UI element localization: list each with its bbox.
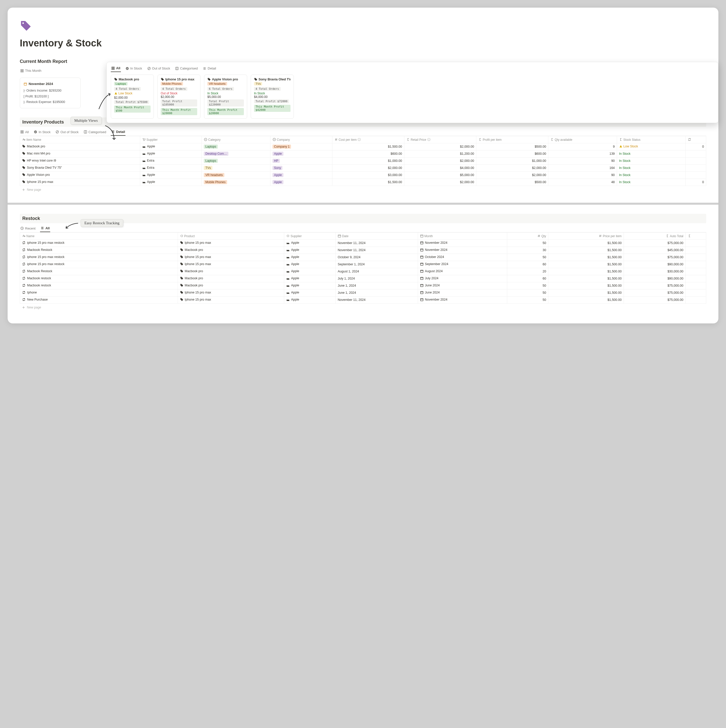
inv-tab-out[interactable]: Out of Stock: [55, 128, 79, 135]
qty-cell[interactable]: 139: [548, 150, 617, 157]
table-row[interactable]: iphone 15 pro max restock Iphone 15 pro …: [20, 239, 706, 246]
product-cell[interactable]: Iphone 15 pro max: [180, 255, 211, 259]
col-company[interactable]: Company: [270, 136, 332, 143]
category-cell[interactable]: Laptops: [204, 159, 218, 163]
overlay-tab-in-stock[interactable]: In Stock: [125, 65, 143, 72]
extra-cell[interactable]: [685, 289, 706, 296]
table-row[interactable]: New Purchase Iphone 15 pro max Apple Nov…: [20, 296, 706, 303]
table-row[interactable]: Macbook Restock Macbook pro Apple August…: [20, 268, 706, 275]
company-cell[interactable]: Sony: [273, 166, 282, 170]
qty-cell[interactable]: 50: [507, 289, 548, 296]
table-row[interactable]: HP envy Intel core i9 Extra Laptops HP $…: [20, 157, 706, 164]
extra-cell[interactable]: [685, 246, 706, 254]
cost-cell[interactable]: $1,500.00: [332, 179, 404, 186]
inv-tab-in[interactable]: In Stock: [33, 128, 51, 135]
product-cell[interactable]: Macbook pro: [180, 248, 203, 252]
item-name-cell[interactable]: Mac mini M4 pro: [22, 152, 50, 155]
date-cell[interactable]: October 9, 2024: [336, 254, 418, 261]
cost-cell[interactable]: $600.00: [332, 150, 404, 157]
table-row[interactable]: Mac mini M4 pro Apple Desktop Com… Apple…: [20, 150, 706, 157]
col-status[interactable]: Stock Status: [617, 136, 686, 143]
status-cell[interactable]: In Stock: [617, 150, 686, 157]
profit-cell[interactable]: $1,000.00: [476, 157, 548, 164]
company-cell[interactable]: Apple: [273, 173, 284, 177]
supplier-cell[interactable]: Apple: [142, 180, 155, 184]
rcol-name[interactable]: Name: [20, 232, 178, 239]
product-cell[interactable]: Iphone 15 pro max: [180, 298, 211, 301]
supplier-cell[interactable]: Apple: [286, 284, 299, 287]
restock-name-cell[interactable]: iphone 15 pro max restock: [22, 262, 64, 266]
col-qty[interactable]: Qty available: [548, 136, 617, 143]
status-cell[interactable]: In Stock: [617, 164, 686, 171]
table-row[interactable]: iphone 15 pro max restock Iphone 15 pro …: [20, 254, 706, 261]
rcol-total[interactable]: Auto Total: [624, 232, 686, 239]
col-extra[interactable]: [685, 136, 706, 143]
status-cell[interactable]: In Stock: [617, 179, 686, 186]
profit-cell[interactable]: $600.00: [476, 150, 548, 157]
item-name-cell[interactable]: Sony Bravia Oled TV 75": [22, 166, 62, 170]
extra-cell[interactable]: [685, 157, 706, 164]
product-cell[interactable]: Iphone 15 pro max: [180, 291, 211, 294]
restock-tab-recent[interactable]: Recent: [20, 225, 36, 232]
supplier-cell[interactable]: Apple: [286, 255, 299, 259]
inv-tab-cat[interactable]: Categorised: [83, 128, 107, 135]
product-card[interactable]: Iphone 15 pro max Mobile Phones 4 Total …: [157, 75, 200, 119]
product-card[interactable]: Macbook pro Laptops 4 Total Orders Low S…: [111, 75, 154, 119]
month-cell[interactable]: September 2024: [420, 262, 448, 266]
col-supplier[interactable]: Supplier: [140, 136, 202, 143]
supplier-cell[interactable]: Apple: [142, 152, 155, 155]
table-row[interactable]: Iphone Iphone 15 pro max Apple June 1, 2…: [20, 289, 706, 296]
qty-cell[interactable]: 20: [507, 268, 548, 275]
retail-cell[interactable]: $2,000.00: [404, 143, 476, 150]
total-cell[interactable]: $45,000.00: [624, 246, 686, 254]
table-row[interactable]: iphone 15 pro max restock Iphone 15 pro …: [20, 261, 706, 268]
supplier-cell[interactable]: Apple: [142, 145, 155, 148]
cost-cell[interactable]: $2,000.00: [332, 164, 404, 171]
qty-cell[interactable]: 9: [548, 143, 617, 150]
price-cell[interactable]: $1,500.00: [548, 268, 624, 275]
month-cell[interactable]: November 2024: [420, 241, 447, 245]
date-cell[interactable]: September 1, 2024: [336, 261, 418, 268]
date-cell[interactable]: November 11, 2024: [336, 239, 418, 246]
total-cell[interactable]: $90,000.00: [624, 261, 686, 268]
product-cell[interactable]: Iphone 15 pro max: [180, 241, 211, 245]
extra-cell[interactable]: [685, 268, 706, 275]
supplier-cell[interactable]: Apple: [286, 277, 299, 280]
supplier-cell[interactable]: Extra: [142, 166, 154, 170]
supplier-cell[interactable]: Apple: [286, 269, 299, 273]
total-cell[interactable]: $75,000.00: [624, 254, 686, 261]
extra-cell[interactable]: [685, 296, 706, 303]
price-cell[interactable]: $1,500.00: [548, 254, 624, 261]
extra-cell[interactable]: [685, 239, 706, 246]
supplier-cell[interactable]: Apple: [142, 173, 155, 177]
restock-name-cell[interactable]: iphone 15 pro max restock: [22, 241, 64, 245]
table-row[interactable]: Apple Vision pro Apple VR headsets Apple…: [20, 171, 706, 179]
status-cell[interactable]: In Stock: [617, 157, 686, 164]
table-row[interactable]: Macbook Restock Macbook pro Apple Novemb…: [20, 246, 706, 254]
retail-cell[interactable]: $1,200.00: [404, 150, 476, 157]
price-cell[interactable]: $1,500.00: [548, 246, 624, 254]
overlay-tab-categorised[interactable]: Categorised: [175, 65, 198, 72]
date-cell[interactable]: August 1, 2024: [336, 268, 418, 275]
company-cell[interactable]: Apple: [273, 152, 284, 156]
product-cell[interactable]: Iphone 15 pro max: [180, 262, 211, 266]
item-name-cell[interactable]: Macbook pro: [22, 145, 45, 148]
total-cell[interactable]: $75,000.00: [624, 239, 686, 246]
cost-cell[interactable]: $1,000.00: [332, 157, 404, 164]
cost-cell[interactable]: $3,000.00: [332, 171, 404, 179]
supplier-cell[interactable]: Apple: [286, 262, 299, 266]
col-profit[interactable]: Profit per item: [476, 136, 548, 143]
category-cell[interactable]: TVs: [204, 166, 212, 170]
product-card[interactable]: Apple Vision pro VR headsets 6 Total Ord…: [204, 75, 247, 119]
price-cell[interactable]: $1,500.00: [548, 282, 624, 289]
restock-name-cell[interactable]: Macbook Restock: [22, 269, 52, 273]
extra-cell[interactable]: [685, 282, 706, 289]
col-retail[interactable]: Retail Price: [404, 136, 476, 143]
overlay-tab-detail[interactable]: Detail: [202, 65, 217, 72]
qty-cell[interactable]: 50: [507, 254, 548, 261]
qty-cell[interactable]: 50: [507, 282, 548, 289]
inventory-new-page[interactable]: New page: [20, 186, 706, 194]
retail-cell[interactable]: $4,000.00: [404, 164, 476, 171]
category-cell[interactable]: Desktop Com…: [204, 152, 229, 156]
table-row[interactable]: Sony Bravia Oled TV 75" Extra TVs Sony $…: [20, 164, 706, 171]
